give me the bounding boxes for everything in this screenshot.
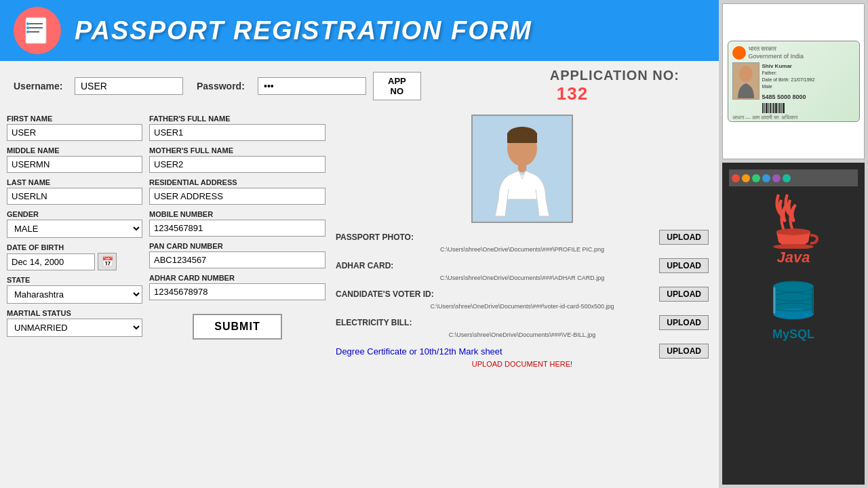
java-text: Java (777, 249, 810, 266)
aadhaar-header: भारत सरकारGovernment of India (732, 45, 855, 60)
upload-section: PASSPORT PHOTO: UPLOAD C:\Users\shree\On… (332, 230, 712, 372)
photo-container (471, 115, 573, 223)
pan-label: PAN CARD NUMBER (149, 242, 326, 250)
purple-dot (772, 174, 781, 182)
main-form-area: PASSPORT REGISTRATION FORM Username: Pas… (0, 0, 719, 488)
java-logo-area: Java (766, 188, 821, 266)
last-name-label: LAST NAME (7, 178, 142, 186)
svg-point-4 (26, 22, 29, 25)
header-title: PASSPORT REGISTRATION FORM (75, 16, 532, 45)
electricity-upload-row: ELECTRICITY BILL: UPLOAD C:\Users\shree\… (336, 315, 709, 340)
minimize-dot (742, 174, 750, 182)
mobile-group: MOBILE NUMBER (149, 210, 326, 237)
dob-input[interactable] (7, 253, 95, 270)
gender-select[interactable]: MALE FEMALE OTHER (7, 220, 142, 238)
svg-point-12 (739, 66, 753, 82)
first-name-input[interactable] (7, 124, 142, 141)
state-group: STATE Maharashtra Delhi Karnataka (7, 276, 142, 304)
password-input[interactable] (258, 77, 366, 95)
state-label: STATE (7, 276, 142, 284)
dob-row: 📅 (7, 253, 142, 270)
passport-photo-upload-btn[interactable]: UPLOAD (659, 230, 709, 245)
svg-point-13 (776, 228, 810, 235)
aadhaar-footer: आधार — आम आदमी का अधिकार (732, 115, 855, 121)
svg-rect-10 (507, 133, 537, 143)
adhar-card-upload-row: ADHAR CARD: UPLOAD C:\Users\shree\OneDri… (336, 258, 709, 283)
left-column: FIRST NAME MIDDLE NAME LAST NAME GENDER … (7, 115, 142, 372)
mysql-logo-area: MySQL (766, 273, 821, 342)
adhar-label: ADHAR CARD NUMBER (149, 274, 326, 282)
aadhaar-dob: Date of Birth: 21/07/1992 (762, 77, 855, 83)
svg-point-6 (26, 30, 29, 33)
voter-id-upload-btn[interactable]: UPLOAD (659, 287, 709, 302)
passport-photo-label: PASSPORT PHOTO: (336, 232, 414, 242)
electricity-label-row: ELECTRICITY BILL: UPLOAD (336, 315, 709, 330)
degree-label: Degree Certificate or 10th/12th Mark she… (336, 346, 502, 357)
state-select[interactable]: Maharashtra Delhi Karnataka (7, 285, 142, 304)
application-no-display: APPLICATION NO: 132 (550, 68, 705, 104)
voter-id-path: C:\Users\shree\OneDrive\Documents\###\vo… (336, 303, 709, 310)
sidebar-bottom: Java MySQL (722, 163, 865, 485)
passport-photo-label-row: PASSPORT PHOTO: UPLOAD (336, 230, 709, 245)
mothers-name-group: MOTHER'S FULL NAME (149, 146, 326, 173)
calendar-button[interactable]: 📅 (98, 253, 117, 270)
fathers-name-group: FATHER'S FULL NAME (149, 115, 326, 141)
submit-button[interactable]: SUBMIT (193, 314, 281, 340)
degree-label-row: Degree Certificate or 10th/12th Mark she… (336, 344, 709, 359)
aadhaar-card: भारत सरकारGovernment of India Shiv Kumar… (728, 41, 860, 122)
aadhaar-name: Shiv Kumar (762, 62, 855, 70)
username-input[interactable] (75, 77, 183, 95)
address-group: RESIDENTIAL ADDRESS (149, 178, 326, 205)
mobile-label: MOBILE NUMBER (149, 210, 326, 218)
passport-photo-upload-row: PASSPORT PHOTO: UPLOAD C:\Users\shree\On… (336, 230, 709, 254)
sidebar-top: भारत सरकारGovernment of India Shiv Kumar… (722, 3, 865, 159)
middle-name-label: MIDDLE NAME (7, 146, 142, 155)
maximize-dot (752, 174, 760, 182)
electricity-path: C:\Users\shree\OneDrive\Documents\###\VE… (336, 331, 709, 338)
aadhaar-photo (732, 62, 760, 100)
fathers-name-label: FATHER'S FULL NAME (149, 115, 326, 123)
voter-id-label: CANDIDATE'S VOTER ID: (336, 289, 434, 299)
submit-area: SUBMIT (149, 314, 326, 340)
app-no-button[interactable]: APP NO (373, 72, 421, 100)
aadhaar-logo (732, 46, 746, 60)
right-column: PASSPORT PHOTO: UPLOAD C:\Users\shree\On… (332, 115, 712, 372)
fathers-name-input[interactable] (149, 124, 326, 141)
dob-group: DATE OF BIRTH 📅 (7, 243, 142, 270)
marital-label: MARTIAL STATUS (7, 309, 142, 317)
pan-input[interactable] (149, 251, 326, 268)
middle-name-input[interactable] (7, 156, 142, 173)
aadhaar-body: Shiv Kumar Father: Date of Birth: 21/07/… (732, 62, 855, 113)
adhar-card-upload-btn[interactable]: UPLOAD (659, 258, 709, 273)
last-name-input[interactable] (7, 188, 142, 205)
header-icon (14, 7, 61, 54)
gender-label: GENDER (7, 210, 142, 218)
marital-select[interactable]: UNMARRIED MARRIED DIVORCED (7, 319, 142, 337)
electricity-upload-btn[interactable]: UPLOAD (659, 315, 709, 330)
electricity-label: ELECTRICITY BILL: (336, 318, 412, 327)
browser-toolbar (729, 169, 858, 186)
aadhaar-father: Father: (762, 70, 855, 77)
password-label: Password: (197, 81, 251, 92)
mothers-name-input[interactable] (149, 156, 326, 173)
teal-dot (783, 174, 791, 182)
right-sidebar: भारत सरकारGovernment of India Shiv Kumar… (719, 0, 868, 488)
middle-column: FATHER'S FULL NAME MOTHER'S FULL NAME RE… (149, 115, 326, 372)
header: PASSPORT REGISTRATION FORM (0, 0, 719, 61)
application-no-label: APPLICATION NO: (550, 68, 679, 83)
degree-upload-btn[interactable]: UPLOAD (659, 344, 709, 359)
dob-label: DATE OF BIRTH (7, 243, 142, 251)
degree-upload-row: Degree Certificate or 10th/12th Mark she… (336, 344, 709, 368)
mothers-name-label: MOTHER'S FULL NAME (149, 146, 326, 155)
address-input[interactable] (149, 188, 326, 205)
first-name-label: FIRST NAME (7, 115, 142, 123)
voter-id-label-row: CANDIDATE'S VOTER ID: UPLOAD (336, 287, 709, 302)
application-number: 132 (557, 83, 588, 104)
mobile-input[interactable] (149, 220, 326, 237)
aadhaar-details: Shiv Kumar Father: Date of Birth: 21/07/… (762, 62, 855, 113)
mysql-text: MySQL (772, 327, 814, 342)
aadhaar-number: 5485 5000 8000 (762, 93, 855, 102)
adhar-input[interactable] (149, 283, 326, 300)
adhar-card-label-row: ADHAR CARD: UPLOAD (336, 258, 709, 273)
first-name-group: FIRST NAME (7, 115, 142, 141)
